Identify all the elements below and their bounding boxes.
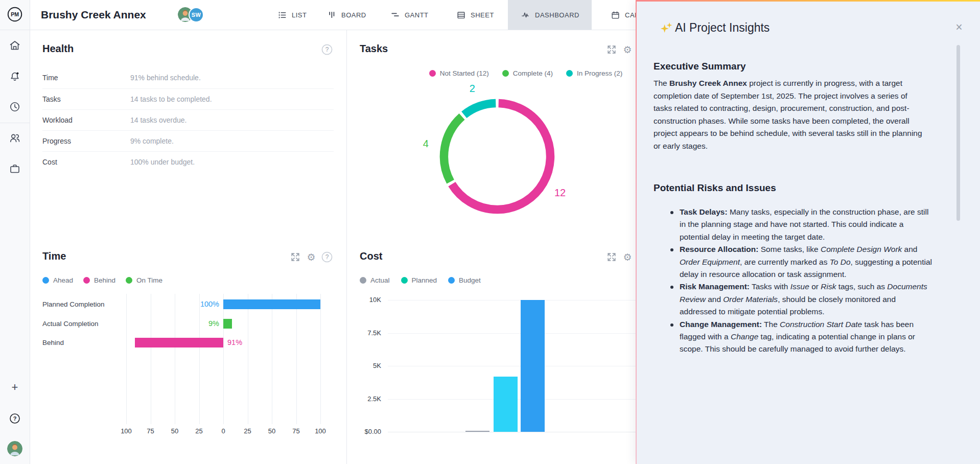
gridline <box>296 294 297 424</box>
gridline <box>223 294 224 424</box>
tab-board[interactable]: BOARD <box>327 0 366 30</box>
sparkles-icon <box>660 21 673 34</box>
gridline <box>199 294 200 424</box>
help-icon[interactable]: ? <box>9 412 21 425</box>
gear-icon[interactable]: ⚙ <box>622 44 633 55</box>
tab-sheet[interactable]: SHEET <box>456 0 494 30</box>
x-axis-tick: 25 <box>189 427 209 435</box>
y-axis-tick: $0.00 <box>347 428 381 435</box>
svg-text:?: ? <box>13 415 17 422</box>
x-axis-tick: 50 <box>262 427 282 435</box>
category-label: Behind <box>42 338 64 347</box>
legend-item: Not Started (12) <box>429 69 489 77</box>
section-heading-potential-risks: Potential Risks and Issues <box>654 182 776 194</box>
bar-actual-completion[interactable] <box>223 319 232 329</box>
x-axis-tick: 100 <box>116 427 136 435</box>
team-people-icon[interactable] <box>9 132 21 144</box>
tab-list[interactable]: LIST <box>277 0 307 30</box>
tab-dashboard[interactable]: DASHBOARD <box>508 0 592 30</box>
bar-behind[interactable] <box>135 338 223 347</box>
ai-panel-title: AI Project Insights <box>675 21 769 35</box>
legend-item: Complete (4) <box>502 69 553 77</box>
member-avatar-initials[interactable]: SW <box>189 7 204 22</box>
bar-budget[interactable] <box>521 300 545 432</box>
donut-value-label: 12 <box>554 187 566 198</box>
notifications-bell-icon[interactable] <box>9 70 21 82</box>
bullet-risk-management: Risk Management: Tasks with Issue or Ris… <box>654 281 932 318</box>
calendar-icon <box>611 10 620 20</box>
gridline <box>388 432 654 432</box>
donut-segment-complete[interactable] <box>444 117 462 182</box>
scrollbar-thumb[interactable] <box>956 45 960 221</box>
gridline <box>248 294 248 424</box>
add-plus-icon[interactable]: + <box>9 381 21 393</box>
bar-value-label: 91% <box>227 338 242 347</box>
donut-segment-not-started[interactable] <box>452 103 550 210</box>
x-axis-tick: 100 <box>310 427 331 435</box>
x-axis-tick: 25 <box>238 427 258 435</box>
executive-summary-paragraph: The Brushy Creek Annex project is curren… <box>654 77 927 153</box>
bar-value-label: 100% <box>178 299 219 309</box>
app-sidebar: PM + ? <box>0 0 30 464</box>
bullet-change-management: Change Management: The Construction Star… <box>654 318 932 356</box>
bar-value-label: 9% <box>178 319 219 329</box>
sheet-icon <box>456 10 466 20</box>
health-title: Health <box>42 43 74 55</box>
x-axis-tick: 75 <box>141 427 161 435</box>
history-clock-icon[interactable] <box>9 101 21 113</box>
bullet-resource-allocation: Resource Allocation: Some tasks, like Co… <box>654 243 932 281</box>
legend-item: In Progress (2) <box>566 69 622 77</box>
close-icon[interactable]: × <box>952 20 966 34</box>
time-widget: Time ⚙ ? AheadBehindOn Time 100755025025… <box>30 237 346 464</box>
health-row: Tasks 14 tasks to be completed. <box>42 88 334 110</box>
y-axis-tick: 7.5K <box>347 329 381 337</box>
bar-actual[interactable] <box>465 431 489 432</box>
health-row: Time 91% behind schedule. <box>42 67 334 88</box>
sidebar-divider <box>0 30 30 30</box>
ai-insights-panel: AI Project Insights × Executive Summary … <box>636 0 980 464</box>
x-axis-tick: 50 <box>165 427 185 435</box>
y-axis-tick: 10K <box>347 296 381 304</box>
project-title: Brushy Creek Annex <box>41 0 146 30</box>
section-heading-executive-summary: Executive Summary <box>654 61 746 72</box>
portfolio-briefcase-icon[interactable] <box>9 163 21 175</box>
sidebar-divider <box>0 123 30 123</box>
help-icon[interactable]: ? <box>321 44 333 55</box>
health-row: Workload 14 tasks overdue. <box>42 109 334 131</box>
y-axis-tick: 2.5K <box>347 395 381 403</box>
bullet-task-delays: Task Delays: Many tasks, especially in t… <box>654 206 932 243</box>
donut-segment-in-progress[interactable] <box>464 103 496 115</box>
panel-gradient-border-left <box>636 0 637 464</box>
risk-bullet-list: Task Delays: Many tasks, especially in t… <box>654 206 932 356</box>
project-members: SW <box>178 7 204 22</box>
time-bar-chart[interactable]: 1007550250255075100Planned Completion100… <box>30 237 346 464</box>
bar-planned[interactable] <box>494 377 518 432</box>
health-widget: Health ? Time 91% behind schedule. Tasks… <box>30 30 346 238</box>
expand-icon[interactable] <box>606 44 617 55</box>
tasks-title: Tasks <box>360 43 388 55</box>
gantt-icon <box>390 10 400 20</box>
gridline <box>126 294 127 424</box>
gridline <box>175 294 175 424</box>
dashboard-pulse-icon <box>520 10 530 20</box>
user-avatar[interactable] <box>7 441 22 456</box>
bar-planned-completion[interactable] <box>223 299 320 309</box>
y-axis-tick: 5K <box>347 362 381 369</box>
tasks-donut-chart[interactable]: 1242 <box>421 80 574 233</box>
home-icon[interactable] <box>9 39 21 52</box>
panel-gradient-border <box>636 0 980 2</box>
svg-text:?: ? <box>325 46 329 53</box>
donut-value-label: 2 <box>470 83 475 94</box>
donut-value-label: 4 <box>423 138 429 149</box>
tab-gantt[interactable]: GANTT <box>390 0 429 30</box>
list-icon <box>277 10 287 20</box>
category-label: Actual Completion <box>42 319 99 329</box>
board-icon <box>327 10 337 20</box>
health-row: Progress 9% complete. <box>42 130 334 152</box>
gridline <box>151 294 151 424</box>
category-label: Planned Completion <box>42 299 105 309</box>
x-axis-tick: 0 <box>213 427 234 435</box>
gridline <box>272 294 272 424</box>
pm-logo[interactable]: PM <box>7 7 22 22</box>
health-row: Cost 100% under budget. <box>42 151 334 173</box>
